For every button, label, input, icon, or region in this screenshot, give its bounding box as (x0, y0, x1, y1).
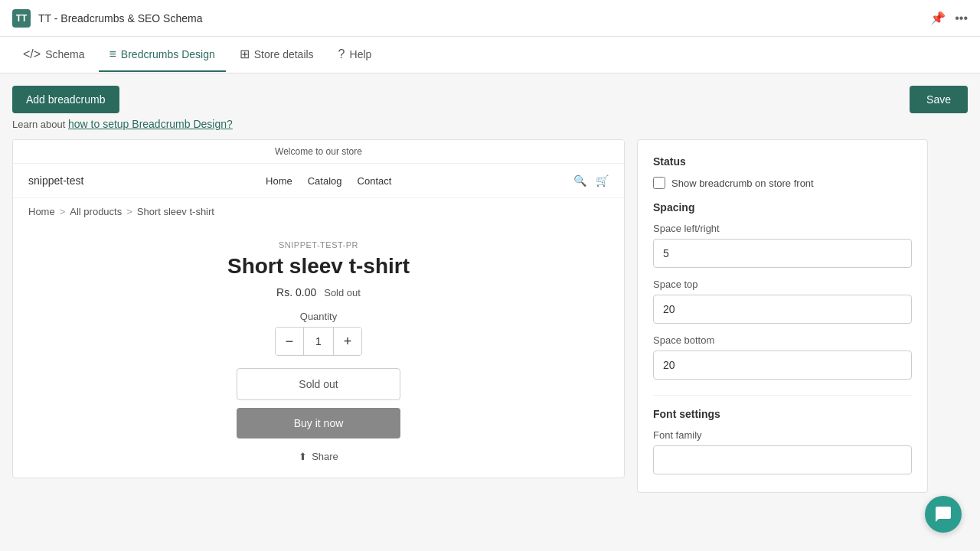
add-breadcrumb-button[interactable]: Add breadcrumb (12, 86, 119, 113)
nav-link-catalog[interactable]: Catalog (308, 175, 342, 187)
spacing-section-title: Spacing (653, 201, 912, 214)
space-left-right-input[interactable] (653, 239, 912, 268)
breadcrumb-sep-2: > (126, 206, 132, 217)
tab-breadcrumbs-design-label: Bredcrumbs Design (121, 48, 215, 60)
space-bottom-input[interactable] (653, 350, 912, 380)
breadcrumb-sep-1: > (60, 206, 66, 217)
breadcrumb-setup-link[interactable]: how to setup Breadcrumb Design? (68, 118, 233, 130)
nav-link-contact[interactable]: Contact (358, 175, 392, 187)
settings-scroll-area: Status Show breadcrumb on store front Sp… (638, 140, 927, 492)
product-price: Rs. 0.00 (276, 286, 316, 298)
space-left-right-group: Space left/right (653, 223, 912, 268)
save-button[interactable]: Save (910, 86, 968, 113)
quantity-decrease-button[interactable]: − (276, 328, 303, 355)
more-options-icon[interactable]: ••• (955, 11, 968, 25)
product-price-row: Rs. 0.00 Sold out (276, 286, 361, 298)
schema-icon: </> (23, 47, 41, 61)
breadcrumb-item-product: Short sleev t-shirt (137, 206, 214, 217)
share-row[interactable]: ⬆ Share (299, 451, 338, 462)
store-nav-icons: 🔍 🛒 (573, 174, 609, 187)
top-bar-right: 📌 ••• (930, 11, 968, 25)
product-vendor: SNIPPET-TEST-PR (279, 240, 358, 249)
space-left-right-label: Space left/right (653, 223, 912, 234)
top-bar-left: TT TT - Breadcrumbs & SEO Schema (12, 9, 202, 28)
show-breadcrumb-row: Show breadcrumb on store front (653, 177, 912, 189)
quantity-label: Quantity (300, 311, 337, 322)
welcome-bar: Welcome to our store (13, 140, 624, 164)
store-nav-links: Home Catalog Contact (266, 175, 391, 187)
font-family-label: Font family (653, 429, 912, 441)
tab-breadcrumbs-design[interactable]: ≡ Bredcrumbs Design (99, 38, 226, 72)
space-top-group: Space top (653, 279, 912, 324)
sold-out-badge: Sold out (324, 287, 361, 298)
pin-icon[interactable]: 📌 (930, 11, 946, 25)
show-breadcrumb-checkbox[interactable] (653, 177, 665, 189)
chat-icon (934, 505, 952, 508)
font-family-input[interactable] (653, 445, 912, 474)
tab-help[interactable]: ? Help (328, 38, 383, 72)
tab-store-details[interactable]: ⊞ Store details (229, 37, 325, 72)
space-top-input[interactable] (653, 295, 912, 324)
spacing-section: Spacing Space left/right Space top Space… (653, 201, 912, 380)
nav-link-home[interactable]: Home (266, 175, 292, 187)
space-top-label: Space top (653, 279, 912, 290)
show-breadcrumb-label[interactable]: Show breadcrumb on store front (671, 178, 814, 189)
top-bar: TT TT - Breadcrumbs & SEO Schema 📌 ••• (0, 0, 980, 37)
tab-help-label: Help (350, 48, 372, 60)
tab-store-details-label: Store details (254, 48, 314, 60)
breadcrumb-item-all-products: All products (70, 206, 122, 217)
store-product: SNIPPET-TEST-PR Short sleev t-shirt Rs. … (13, 225, 624, 478)
sold-out-button: Sold out (237, 368, 400, 400)
store-logo: snippet-test (28, 174, 83, 187)
help-icon: ? (338, 47, 345, 61)
share-label: Share (312, 451, 338, 462)
cart-icon[interactable]: 🛒 (596, 174, 609, 187)
search-icon[interactable]: 🔍 (573, 174, 586, 187)
product-title: Short sleev t-shirt (227, 254, 410, 279)
status-section-title: Status (653, 155, 912, 168)
store-nav: snippet-test Home Catalog Contact 🔍 🛒 (13, 164, 624, 198)
nav-tabs: </> Schema ≡ Bredcrumbs Design ⊞ Store d… (0, 37, 980, 73)
quantity-value: 1 (303, 328, 334, 355)
store-preview: Welcome to our store snippet-test Home C… (12, 139, 625, 478)
font-settings-section: Font settings Font family (653, 395, 912, 474)
breadcrumbs-design-icon: ≡ (109, 47, 116, 61)
help-text: Learn about (12, 119, 68, 130)
font-settings-title: Font settings (653, 408, 912, 420)
quantity-increase-button[interactable]: + (334, 328, 361, 355)
app-title: TT - Breadcrumbs & SEO Schema (38, 12, 202, 24)
breadcrumb-item-home: Home (28, 206, 55, 217)
share-icon: ⬆ (299, 451, 307, 462)
app-icon: TT (12, 9, 31, 28)
settings-panel: Status Show breadcrumb on store front Sp… (637, 139, 928, 493)
buy-it-now-button[interactable]: Buy it now (237, 408, 400, 439)
quantity-control: − 1 + (275, 327, 362, 356)
space-bottom-label: Space bottom (653, 334, 912, 346)
store-details-icon: ⊞ (240, 47, 250, 61)
tab-schema[interactable]: </> Schema (12, 38, 96, 72)
breadcrumb: Home > All products > Short sleev t-shir… (13, 198, 624, 225)
space-bottom-group: Space bottom (653, 334, 912, 380)
tab-schema-label: Schema (45, 48, 84, 60)
font-family-group: Font family (653, 429, 912, 474)
